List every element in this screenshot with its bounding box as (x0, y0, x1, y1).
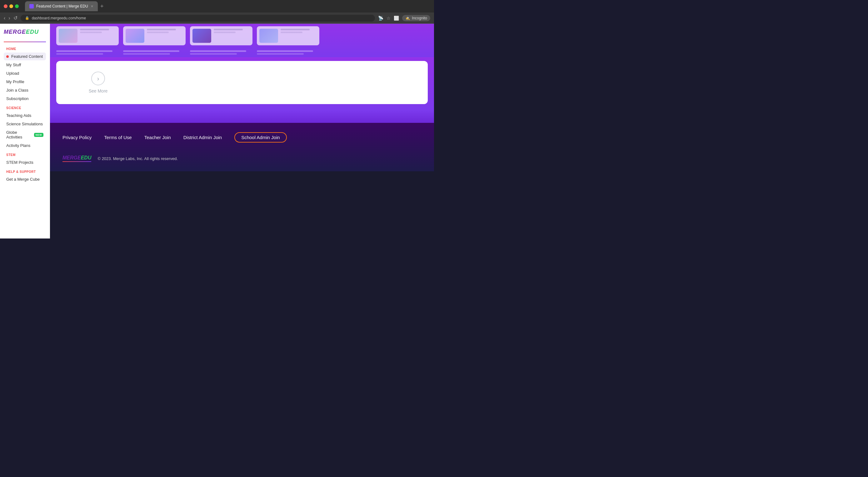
card-partial-2[interactable] (123, 26, 186, 45)
purple-main-section: › See More (50, 57, 434, 110)
incognito-icon: 🕵 (405, 16, 410, 20)
card-partial-3[interactable] (190, 26, 252, 45)
card-partial-1[interactable] (56, 26, 119, 45)
sidebar-item-featured-content[interactable]: Featured Content (4, 53, 46, 60)
white-section: › See More (56, 61, 428, 104)
tab-favicon (29, 4, 34, 8)
card-image-1 (59, 29, 78, 43)
cast-icon: 📡 (378, 16, 383, 21)
sidebar-item-upload[interactable]: Upload (4, 69, 46, 77)
incognito-label: Incognito (412, 16, 427, 20)
stem-section-label: STEM (4, 153, 46, 157)
see-more-arrow-icon: › (91, 71, 105, 85)
help-section-label: HELP & SUPPORT (4, 170, 46, 174)
svg-rect-0 (30, 5, 33, 8)
tab-bar: Featured Content | Merge EDU ✕ + (25, 1, 103, 11)
window-icon[interactable]: ⬜ (394, 16, 399, 21)
sidebar-item-label: My Profile (6, 80, 24, 84)
footer-logo: MERGE EDU (62, 155, 91, 162)
above-fold-section (50, 24, 434, 57)
minimize-button[interactable] (9, 4, 13, 8)
card-image-3 (192, 29, 211, 43)
sidebar-item-label: Featured Content (11, 54, 43, 59)
logo: MERGE EDU (4, 29, 46, 35)
sidebar-item-teaching-aids[interactable]: Teaching Aids (4, 112, 46, 119)
footer-links: Privacy Policy Terms of Use Teacher Join… (62, 132, 422, 143)
url-display: dashboard.mergeedu.com/home (32, 16, 86, 20)
science-section-label: SCIENCE (4, 106, 46, 110)
footer-bottom: MERGE EDU © 2023. Merge Labs, Inc. All r… (62, 155, 422, 162)
card-image-4 (259, 29, 278, 43)
footer-link-privacy-policy[interactable]: Privacy Policy (62, 135, 92, 140)
sidebar-item-science-simulations[interactable]: Science Simulations (4, 120, 46, 128)
sidebar-item-label: Get a Merge Cube (6, 177, 40, 182)
tab-close-button[interactable]: ✕ (91, 4, 93, 8)
new-tab-button[interactable]: + (100, 3, 104, 10)
sidebar-item-get-merge-cube[interactable]: Get a Merge Cube (4, 175, 46, 183)
logo-edu: EDU (26, 29, 39, 35)
footer-logo-merge: MERGE (62, 155, 81, 161)
card-lines-3 (214, 29, 250, 33)
sidebar-item-activity-plans[interactable]: Activity Plans (4, 142, 46, 149)
incognito-indicator: 🕵 Incognito (402, 15, 430, 21)
sidebar-item-label: Activity Plans (6, 143, 30, 148)
refresh-button[interactable]: ↺ (13, 15, 18, 21)
browser-toolbar: ‹ › ↺ 🔒 dashboard.mergeedu.com/home 📡 ☆ … (0, 12, 434, 24)
content-area: › See More Privacy Policy Terms of Use T… (50, 24, 434, 239)
sidebar-item-subscription[interactable]: Subscription (4, 95, 46, 102)
sidebar-item-label: My Stuff (6, 62, 21, 67)
sidebar-item-join-a-class[interactable]: Join a Class (4, 86, 46, 94)
footer-link-school-admin-join[interactable]: School Admin Join (234, 132, 286, 143)
sidebar-item-my-stuff[interactable]: My Stuff (4, 61, 46, 69)
sidebar-item-label: Science Simulations (6, 122, 43, 126)
active-indicator (6, 55, 9, 58)
sidebar-item-my-profile[interactable]: My Profile (4, 78, 46, 86)
footer-link-terms-of-use[interactable]: Terms of Use (104, 135, 131, 140)
footer: Privacy Policy Terms of Use Teacher Join… (50, 123, 434, 171)
purple-gradient-section (50, 110, 434, 123)
traffic-lights (4, 4, 19, 8)
logo-merge: MERGE (4, 29, 26, 35)
toolbar-right: 📡 ☆ ⬜ 🕵 Incognito (378, 15, 430, 21)
bookmark-icon[interactable]: ☆ (386, 16, 391, 21)
new-badge: NEW (34, 133, 43, 137)
footer-link-teacher-join[interactable]: Teacher Join (144, 135, 171, 140)
above-fold-cards (56, 26, 428, 45)
tab-title: Featured Content | Merge EDU (36, 4, 88, 8)
back-button[interactable]: ‹ (4, 15, 5, 21)
sidebar-item-label: Teaching Aids (6, 113, 31, 118)
footer-copyright: © 2023. Merge Labs, Inc. All rights rese… (97, 156, 178, 161)
card-lines-2 (147, 29, 183, 33)
card-lines-4 (281, 29, 317, 33)
sidebar-item-label: Subscription (6, 96, 29, 101)
logo-underline (4, 41, 46, 42)
active-tab[interactable]: Featured Content | Merge EDU ✕ (25, 1, 98, 11)
home-section-label: HOME (4, 47, 46, 51)
sidebar: MERGE EDU HOME Featured Content My Stuff… (0, 24, 50, 239)
close-button[interactable] (4, 4, 7, 8)
card-lines-1 (80, 29, 116, 33)
footer-link-district-admin-join[interactable]: District Admin Join (183, 135, 222, 140)
card-partial-4[interactable] (257, 26, 319, 45)
see-more-label: See More (89, 88, 108, 93)
maximize-button[interactable] (15, 4, 19, 8)
see-more-card[interactable]: › See More (61, 65, 135, 100)
sidebar-item-label: Globe Activities (6, 130, 32, 140)
browser-chrome: Featured Content | Merge EDU ✕ + (0, 0, 434, 12)
footer-logo-underline (62, 161, 91, 162)
sidebar-item-stem-projects[interactable]: STEM Projects (4, 158, 46, 166)
sidebar-item-globe-activities[interactable]: Globe Activities NEW (4, 128, 46, 141)
sidebar-item-label: Join a Class (6, 88, 28, 92)
footer-logo-edu: EDU (81, 155, 92, 161)
card-image-2 (126, 29, 144, 43)
sidebar-item-label: STEM Projects (6, 160, 33, 165)
sidebar-item-label: Upload (6, 71, 19, 76)
lock-icon: 🔒 (25, 16, 29, 20)
main-layout: MERGE EDU HOME Featured Content My Stuff… (0, 24, 434, 239)
address-bar[interactable]: 🔒 dashboard.mergeedu.com/home (21, 15, 375, 22)
forward-button[interactable]: › (8, 15, 10, 21)
